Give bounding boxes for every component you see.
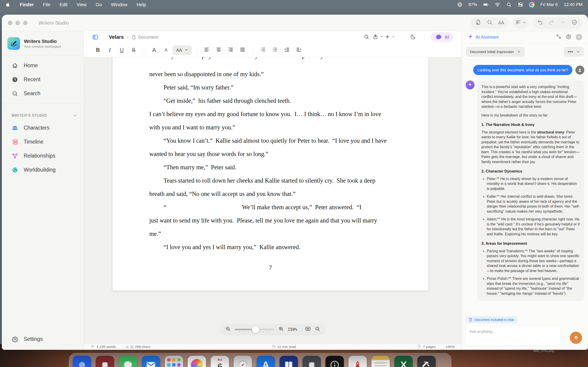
send-button[interactable]: [570, 332, 582, 344]
sidebar-section-header[interactable]: WRITER'S STUDIO: [2, 107, 84, 121]
align-justify-button[interactable]: [237, 45, 248, 55]
dark-mode-toggle[interactable]: [408, 32, 418, 42]
italic-button[interactable]: I: [104, 45, 115, 55]
sidebar-item-timeline[interactable]: Timeline: [2, 135, 84, 149]
bold-button[interactable]: B: [93, 45, 103, 55]
close-panel-button[interactable]: ✕: [576, 34, 582, 40]
menu-item-window[interactable]: Window: [111, 2, 128, 7]
preset-dropdown[interactable]: Document Initial Impression: [466, 47, 525, 57]
text-line[interactable]: “Get inside,” his father said through cl…: [149, 94, 404, 107]
share-button[interactable]: [372, 32, 383, 42]
text-line[interactable]: wanted to hear you say those words for s…: [149, 147, 404, 161]
sidebar-item-recent[interactable]: Recent: [2, 73, 84, 86]
sidebar-item-search[interactable]: Search: [2, 86, 84, 100]
done-check-button[interactable]: [569, 18, 580, 28]
redo-button[interactable]: [546, 18, 557, 28]
menu-item-edit[interactable]: Edit: [60, 2, 67, 7]
zoom-slider-knob[interactable]: [252, 326, 259, 333]
close-window-button[interactable]: [8, 21, 12, 25]
menu-item-help[interactable]: Help: [137, 2, 146, 7]
undo-button[interactable]: [535, 18, 545, 28]
font-size-dropdown[interactable]: AA: [173, 45, 191, 55]
chat-input[interactable]: Ask anything...: [466, 326, 560, 346]
zoom-window-button[interactable]: [23, 21, 27, 25]
menu-item-file[interactable]: File: [43, 2, 50, 7]
sidebar-item-settings[interactable]: Settings: [2, 332, 84, 346]
dock-excel[interactable]: X: [394, 356, 413, 367]
indent-button[interactable]: [282, 45, 292, 55]
breadcrumb-document[interactable]: Document: [131, 35, 158, 40]
document-options-button[interactable]: [473, 18, 484, 28]
font-larger-button[interactable]: A: [149, 45, 159, 55]
fit-width-button[interactable]: [305, 326, 311, 333]
dock-notes[interactable]: [372, 356, 390, 367]
apple-icon[interactable]: [6, 2, 10, 8]
menu-item-view[interactable]: View: [77, 2, 86, 7]
expand-panel-button[interactable]: [556, 34, 561, 40]
dock-info[interactable]: [326, 356, 344, 367]
text-line[interactable]: just want to send my life with you. Plea…: [149, 214, 404, 227]
zoom-in-button[interactable]: [278, 326, 284, 333]
add-button[interactable]: [384, 32, 395, 42]
dock-books[interactable]: [279, 356, 298, 367]
underline-button[interactable]: U: [116, 45, 127, 55]
document-context-chip[interactable]: Document included in chat: [466, 316, 517, 323]
align-left-button[interactable]: [201, 45, 212, 55]
strikethrough-button[interactable]: S: [128, 45, 139, 55]
chat-history[interactable]: Looking over this document, what do you …: [462, 59, 588, 314]
zoom-out-button[interactable]: [225, 326, 231, 333]
text-line[interactable]: Tears started to roll down her cheeks an…: [149, 174, 404, 187]
bullet-list-button[interactable]: [258, 45, 268, 55]
dock-tools[interactable]: [417, 356, 436, 367]
sidebar-item-characters[interactable]: Characters: [2, 121, 84, 135]
text-size-button[interactable]: AA: [496, 18, 506, 28]
ai-assistant-button[interactable]: AI: [431, 32, 453, 42]
window-titlebar[interactable]: Writers Studio AA: [2, 15, 588, 31]
wifi-icon[interactable]: [495, 2, 500, 7]
menu-item-finder[interactable]: Finder: [20, 2, 34, 7]
menu-item-go[interactable]: Go: [96, 2, 102, 7]
color-wheel-icon[interactable]: [529, 2, 535, 7]
text-line[interactable]: Peter said, “Im sorry father.”: [149, 81, 404, 94]
document-text[interactable]: never been so disappointed in one of my …: [149, 67, 404, 254]
dock-messages[interactable]: [119, 356, 137, 367]
battery-icon[interactable]: [483, 2, 489, 7]
minus-button[interactable]: [558, 18, 568, 28]
breadcrumb-project[interactable]: Velars: [109, 34, 124, 40]
outdent-button[interactable]: [294, 45, 304, 55]
doc-search-button[interactable]: [362, 32, 371, 42]
text-line[interactable]: me.”: [149, 227, 404, 240]
dock-mail[interactable]: [142, 356, 160, 367]
text-line[interactable]: never been so disappointed in one of my …: [149, 67, 404, 81]
workspace-header[interactable]: Writers Studio Your creative workspace: [2, 35, 84, 52]
dock-rocket[interactable]: [348, 356, 367, 367]
dock-app-blue[interactable]: [73, 356, 91, 367]
dock-app-maroon[interactable]: [96, 356, 114, 367]
dock-app-store[interactable]: A: [257, 356, 275, 367]
target-circle-icon[interactable]: [457, 2, 463, 7]
sidebar-item-relationships[interactable]: Relationships: [2, 149, 84, 163]
sidebar-toggle-button[interactable]: [92, 34, 99, 40]
align-center-button[interactable]: [213, 45, 224, 55]
dock-launchpad[interactable]: [165, 356, 183, 367]
sidebar-item-home[interactable]: Home: [2, 58, 84, 73]
toolbar-search-button[interactable]: [484, 18, 495, 28]
control-center-icon[interactable]: [518, 2, 523, 7]
dock-safari[interactable]: [233, 356, 252, 367]
sidebar-item-worldbuilding[interactable]: Worldbuilding: [2, 163, 84, 177]
ai-settings-button[interactable]: [566, 34, 571, 40]
font-smaller-button[interactable]: A: [161, 45, 171, 55]
text-line[interactable]: with you and I want to marry you.”: [149, 121, 404, 134]
numbered-list-button[interactable]: 123: [270, 45, 280, 55]
align-right-button[interactable]: [225, 45, 236, 55]
text-line[interactable]: “I love you and yes I will marry you,” K…: [149, 240, 404, 254]
text-line[interactable]: “We’ll make them accept us,” Peter answe…: [149, 200, 404, 214]
dock-photos[interactable]: [188, 356, 206, 367]
text-line[interactable]: breath and said, “No one will accept us …: [149, 187, 404, 200]
actual-size-button[interactable]: 1: [315, 326, 320, 333]
paragraph-style-button[interactable]: [515, 18, 526, 28]
search-icon[interactable]: [506, 2, 512, 7]
dock-app-dark[interactable]: [303, 356, 321, 367]
minimize-window-button[interactable]: [15, 21, 20, 25]
document-page[interactable]: ypyypy never been so disappointed in one…: [112, 57, 428, 291]
